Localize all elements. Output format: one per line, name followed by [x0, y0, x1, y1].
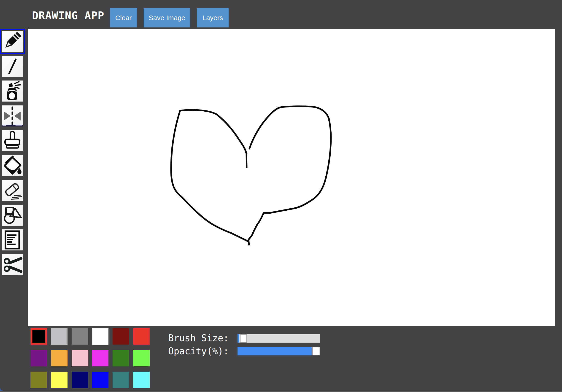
- color-swatch[interactable]: [30, 328, 47, 345]
- stamp-icon: [2, 130, 23, 151]
- brush-size-label: Brush Size:: [151, 333, 229, 343]
- color-swatch[interactable]: [72, 372, 88, 388]
- tool-text[interactable]: [2, 229, 23, 250]
- slider-thumb[interactable]: [240, 334, 247, 343]
- tool-mirror[interactable]: [2, 105, 23, 127]
- color-swatch[interactable]: [30, 350, 47, 366]
- color-swatch[interactable]: [92, 372, 108, 388]
- clear-button[interactable]: Clear: [110, 8, 137, 27]
- opacity-slider[interactable]: [237, 347, 320, 355]
- color-swatch[interactable]: [51, 350, 68, 366]
- tool-fill[interactable]: [2, 155, 23, 176]
- color-swatch[interactable]: [72, 328, 88, 345]
- color-palette: [30, 328, 150, 388]
- color-swatch[interactable]: [72, 350, 88, 366]
- slider-fill: [237, 334, 239, 343]
- slider-thumb[interactable]: [312, 347, 319, 355]
- tool-scissors[interactable]: [2, 254, 23, 275]
- color-swatch[interactable]: [113, 372, 129, 388]
- color-swatch[interactable]: [30, 372, 47, 388]
- color-swatch[interactable]: [51, 372, 68, 388]
- save-image-button[interactable]: Save Image: [144, 8, 190, 27]
- color-swatch[interactable]: [92, 350, 108, 366]
- heart-drawing: [28, 29, 555, 326]
- app-title: DRAWING APP: [32, 6, 104, 25]
- heart-path: [171, 106, 331, 245]
- eraser-icon: [2, 180, 23, 201]
- tool-spray[interactable]: [2, 81, 23, 102]
- pencil-icon: [2, 31, 23, 52]
- color-swatch[interactable]: [113, 350, 129, 366]
- color-swatch[interactable]: [92, 328, 108, 345]
- shapes-icon: [2, 205, 23, 226]
- tool-palette: [2, 31, 23, 275]
- tool-line[interactable]: [2, 56, 23, 77]
- slider-fill: [237, 347, 312, 355]
- color-swatch[interactable]: [113, 328, 129, 345]
- screen: DRAWING APP Clear Save Image Layers: [0, 0, 562, 392]
- color-swatch[interactable]: [133, 350, 150, 366]
- mirror-icon: [2, 105, 23, 127]
- drawing-canvas[interactable]: [28, 29, 555, 326]
- scissors-icon: [2, 254, 23, 275]
- paint-bucket-icon: [2, 155, 23, 176]
- text-document-icon: [2, 229, 23, 250]
- drawing-app-window: DRAWING APP Clear Save Image Layers: [0, 0, 562, 391]
- brush-size-slider[interactable]: [237, 334, 320, 343]
- spray-can-icon: [2, 81, 23, 102]
- layers-button[interactable]: Layers: [197, 8, 229, 27]
- opacity-label: Opacity(%):: [151, 346, 229, 356]
- tool-eraser[interactable]: [2, 180, 23, 201]
- window-bottom-edge: [0, 391, 562, 392]
- tool-stamp[interactable]: [2, 130, 23, 151]
- tool-shapes[interactable]: [2, 205, 23, 226]
- color-swatch[interactable]: [133, 372, 150, 388]
- color-swatch[interactable]: [133, 328, 150, 345]
- line-icon: [2, 56, 23, 77]
- tool-pencil[interactable]: [2, 31, 23, 52]
- color-swatch[interactable]: [51, 328, 68, 345]
